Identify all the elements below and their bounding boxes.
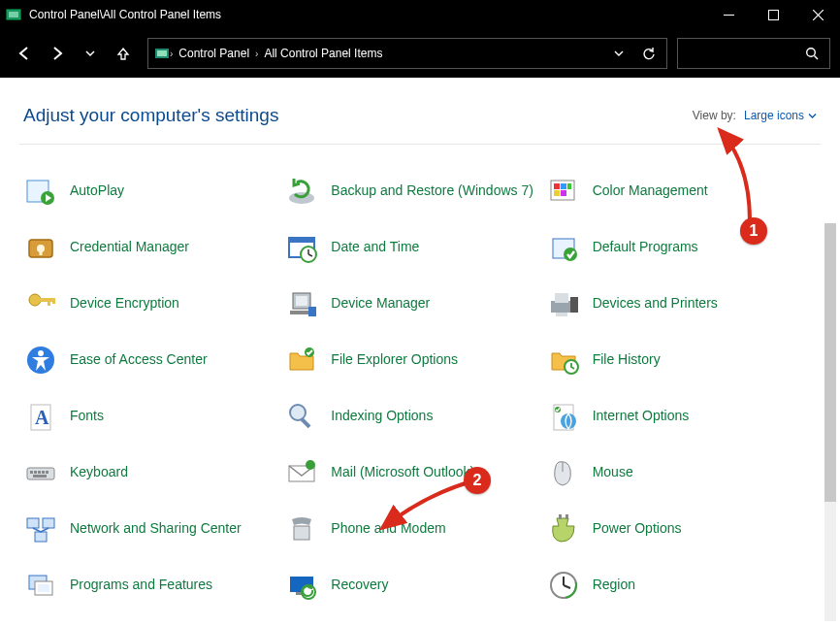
- annotation-badge-1: 1: [740, 217, 767, 245]
- item-label: Keyboard: [70, 464, 128, 481]
- svg-rect-68: [294, 526, 309, 540]
- breadcrumb-child[interactable]: All Control Panel Items: [258, 47, 388, 60]
- date-and-time-icon: [284, 230, 319, 265]
- control-panel-item[interactable]: AFonts: [23, 397, 275, 436]
- indexing-options-icon: [284, 399, 319, 434]
- window-titlebar: Control Panel\All Control Panel Items: [0, 0, 840, 29]
- svg-rect-16: [567, 183, 571, 189]
- recent-locations-dropdown[interactable]: [76, 39, 105, 68]
- svg-rect-39: [555, 293, 568, 303]
- scrollbar[interactable]: [824, 223, 836, 621]
- item-label: Default Programs: [593, 239, 698, 256]
- svg-point-29: [564, 248, 577, 261]
- item-label: Devices and Printers: [593, 295, 718, 313]
- page-heading: Adjust your computer's settings: [23, 105, 278, 126]
- device-encryption-icon: [23, 286, 58, 321]
- svg-rect-40: [556, 313, 567, 316]
- svg-rect-24: [289, 238, 314, 243]
- breadcrumb-root[interactable]: Control Panel: [173, 47, 255, 60]
- control-panel-icon: [154, 46, 170, 61]
- phone-and-modem-icon: [284, 512, 319, 546]
- back-button[interactable]: [10, 39, 39, 68]
- control-panel-item[interactable]: Recovery: [284, 566, 535, 605]
- control-panel-item[interactable]: Network and Sharing Center: [23, 510, 275, 548]
- control-panel-item[interactable]: File Explorer Options: [284, 341, 535, 380]
- up-button[interactable]: [109, 39, 138, 68]
- forward-button[interactable]: [43, 39, 72, 68]
- default-programs-icon: [546, 230, 581, 265]
- power-options-icon: [546, 512, 581, 546]
- control-panel-item[interactable]: Date and Time: [284, 228, 535, 267]
- keyboard-icon: [23, 455, 58, 490]
- color-management-icon: [546, 174, 581, 209]
- control-panel-item[interactable]: AutoPlay: [23, 172, 275, 211]
- svg-rect-18: [561, 190, 566, 196]
- item-label: Backup and Restore (Windows 7): [331, 182, 533, 200]
- control-panel-item[interactable]: File History: [546, 341, 797, 380]
- svg-line-67: [41, 528, 48, 532]
- chevron-right-icon[interactable]: ›: [170, 49, 173, 59]
- search-input[interactable]: [677, 38, 830, 69]
- view-by-dropdown[interactable]: Large icons: [744, 109, 817, 122]
- control-panel-item[interactable]: RemoteApp and Desktop Connections: [23, 622, 275, 627]
- ease-of-access-center-icon: [23, 343, 58, 378]
- svg-rect-58: [46, 471, 48, 474]
- chevron-down-icon: [808, 112, 817, 120]
- item-label: Programs and Features: [70, 577, 212, 594]
- control-panel-item[interactable]: Power Options: [546, 510, 797, 548]
- network-and-sharing-center-icon: [23, 512, 58, 546]
- device-manager-icon: [284, 286, 319, 321]
- control-panel-item[interactable]: Device Manager: [284, 284, 535, 323]
- control-panel-item[interactable]: Backup and Restore (Windows 7): [284, 172, 535, 211]
- address-dropdown-button[interactable]: [606, 48, 631, 59]
- control-panel-item[interactable]: Indexing Options: [284, 397, 535, 436]
- control-panel-item[interactable]: Internet Options: [546, 397, 797, 436]
- fonts-icon: A: [23, 399, 58, 434]
- chevron-right-icon[interactable]: ›: [255, 49, 258, 59]
- address-bar[interactable]: › Control Panel › All Control Panel Item…: [147, 38, 667, 69]
- svg-rect-15: [561, 183, 566, 189]
- scrollbar-thumb[interactable]: [824, 223, 836, 502]
- control-panel-item[interactable]: Region: [546, 566, 797, 605]
- control-panel-item[interactable]: Sound: [546, 622, 797, 627]
- item-label: Ease of Access Center: [70, 351, 208, 369]
- control-panel-item[interactable]: Ease of Access Center: [23, 341, 275, 380]
- mouse-icon: [546, 455, 581, 490]
- svg-rect-7: [157, 50, 167, 56]
- item-label: Network and Sharing Center: [70, 520, 242, 538]
- close-button[interactable]: [795, 0, 840, 29]
- backup-and-restore-windows-7--icon: [284, 174, 319, 209]
- control-panel-item[interactable]: Credential Manager: [23, 228, 275, 267]
- annotation-badge-2: 2: [464, 467, 491, 494]
- annotation-arrow-1: [706, 124, 774, 231]
- item-label: Color Management: [593, 182, 708, 200]
- control-panel-item[interactable]: Keyboard: [23, 453, 275, 492]
- items-grid: AutoPlayBackup and Restore (Windows 7)Co…: [23, 172, 817, 627]
- item-label: Fonts: [70, 408, 104, 425]
- recovery-icon: [284, 568, 319, 603]
- svg-text:A: A: [35, 407, 49, 428]
- window-title: Control Panel\All Control Panel Items: [27, 8, 706, 21]
- control-panel-item[interactable]: Device Encryption: [23, 284, 275, 323]
- svg-rect-3: [768, 10, 778, 19]
- refresh-button[interactable]: [631, 47, 666, 61]
- control-panel-item[interactable]: Security and Maintenance: [284, 622, 535, 627]
- svg-rect-59: [33, 475, 47, 478]
- item-label: File History: [593, 351, 661, 369]
- svg-rect-65: [35, 532, 47, 542]
- maximize-button[interactable]: [751, 0, 795, 29]
- view-by-label: View by:: [693, 109, 736, 122]
- svg-rect-32: [48, 298, 50, 306]
- control-panel-item[interactable]: Mouse: [546, 453, 797, 492]
- autoplay-icon: [23, 174, 58, 209]
- file-history-icon: [546, 343, 581, 378]
- devices-and-printers-icon: [546, 286, 581, 321]
- control-panel-item[interactable]: Programs and Features: [23, 566, 275, 605]
- item-label: Power Options: [593, 520, 682, 538]
- item-label: Region: [593, 577, 635, 594]
- svg-rect-17: [554, 190, 560, 196]
- svg-rect-55: [34, 471, 37, 474]
- internet-options-icon: [546, 399, 581, 434]
- control-panel-item[interactable]: Devices and Printers: [546, 284, 797, 323]
- minimize-button[interactable]: [706, 0, 751, 29]
